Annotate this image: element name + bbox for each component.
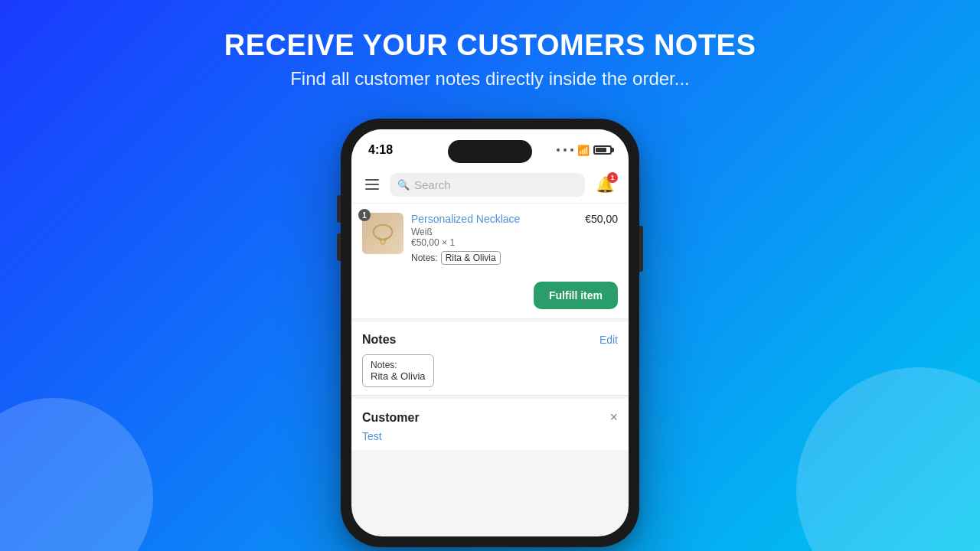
header-area: RECEIVE YOUR CUSTOMERS NOTES Find all cu… xyxy=(0,0,980,90)
order-section: 1 Personalized Necklace Weiß €50,00 xyxy=(351,204,629,274)
hamburger-line-1 xyxy=(365,179,379,181)
notes-section-title: Notes xyxy=(362,333,396,347)
hamburger-line-3 xyxy=(365,188,379,190)
phone-wrapper: 4:18 📶 xyxy=(341,119,639,547)
fulfill-button[interactable]: Fulfill item xyxy=(534,282,618,309)
status-bar: 4:18 📶 xyxy=(351,129,629,166)
section-divider xyxy=(351,395,629,396)
item-notes-line: Notes: Rita & Olivia xyxy=(411,251,577,265)
customer-header: Customer × xyxy=(362,409,618,425)
battery-fill xyxy=(596,148,606,152)
hamburger-button[interactable] xyxy=(362,176,382,193)
customer-name: Test xyxy=(362,430,618,442)
status-time: 4:18 xyxy=(368,143,393,157)
necklace-svg xyxy=(368,219,397,248)
notes-content-value: Rita & Olivia xyxy=(371,370,426,382)
status-notch xyxy=(448,140,532,163)
status-icons: 📶 xyxy=(557,145,612,156)
edit-button[interactable]: Edit xyxy=(599,334,618,346)
bg-circle-left xyxy=(0,398,153,551)
search-placeholder: Search xyxy=(414,178,451,191)
item-title: Personalized Necklace xyxy=(411,213,577,225)
notes-content-label: Notes: xyxy=(371,360,426,370)
battery-icon xyxy=(593,145,612,155)
dot-icon-1 xyxy=(557,148,560,152)
notes-content-box: Notes: Rita & Olivia xyxy=(362,354,434,387)
sub-title: Find all customer notes directly inside … xyxy=(0,68,980,90)
item-notes-value: Rita & Olivia xyxy=(441,251,501,265)
dot-icon-2 xyxy=(564,148,567,152)
fulfill-area: Fulfill item xyxy=(351,274,629,319)
svg-point-0 xyxy=(374,225,393,240)
customer-title: Customer xyxy=(362,411,420,425)
dot-icon-3 xyxy=(570,148,573,152)
app-topbar: 🔍 Search 🔔 1 xyxy=(351,166,629,204)
notes-header: Notes Edit xyxy=(362,333,618,347)
phone: 4:18 📶 xyxy=(341,119,639,547)
customer-section: Customer × Test xyxy=(351,399,629,450)
bell-button[interactable]: 🔔 1 xyxy=(593,172,618,197)
item-details: Personalized Necklace Weiß €50,00 × 1 No… xyxy=(411,213,577,265)
search-box[interactable]: 🔍 Search xyxy=(390,173,585,197)
wifi-icon: 📶 xyxy=(577,145,590,156)
hamburger-line-2 xyxy=(365,184,379,185)
svg-point-1 xyxy=(381,240,385,245)
bell-badge: 1 xyxy=(607,172,618,183)
notes-section: Notes Edit Notes: Rita & Olivia xyxy=(351,322,629,395)
item-badge: 1 xyxy=(358,209,371,221)
close-button[interactable]: × xyxy=(609,409,618,425)
item-variant: Weiß xyxy=(411,227,577,237)
item-price-line: €50,00 × 1 xyxy=(411,237,577,248)
order-item: 1 Personalized Necklace Weiß €50,00 xyxy=(362,213,618,265)
phone-screen: 4:18 📶 xyxy=(351,129,629,536)
bg-circle-right xyxy=(796,367,980,551)
item-price: €50,00 xyxy=(585,213,618,225)
item-notes-label: Notes: xyxy=(411,253,438,263)
search-icon: 🔍 xyxy=(397,179,410,191)
main-title: RECEIVE YOUR CUSTOMERS NOTES xyxy=(0,29,980,62)
item-image-wrap: 1 xyxy=(362,213,403,254)
